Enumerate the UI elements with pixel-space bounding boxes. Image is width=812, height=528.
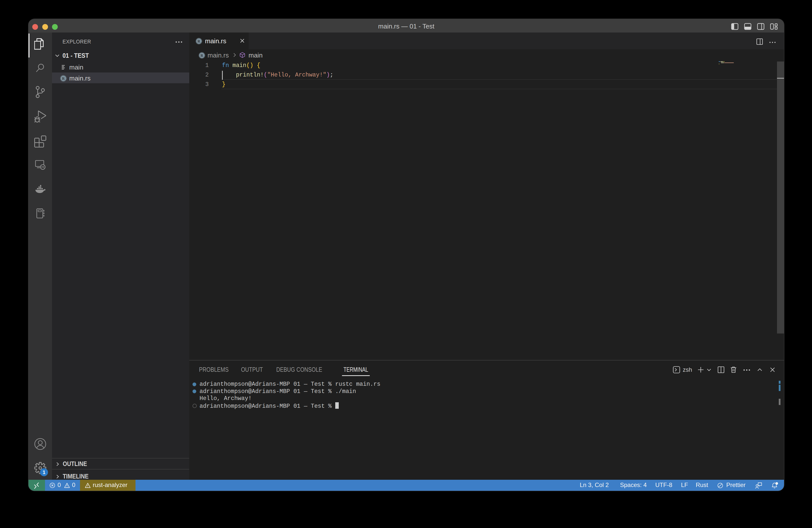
svg-text:R: R xyxy=(198,39,200,43)
svg-text:R: R xyxy=(62,76,65,80)
svg-text:R: R xyxy=(201,54,203,58)
